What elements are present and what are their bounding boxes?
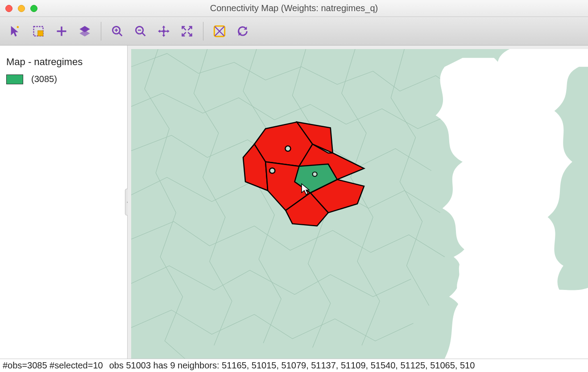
water-shape [436, 49, 588, 359]
pan-tool[interactable] [153, 21, 174, 42]
svg-point-7 [285, 146, 290, 151]
status-obs-count: #obs=3085 #selected=10 [3, 360, 103, 371]
select-rect-icon [32, 25, 45, 37]
main-area: Map - natregimes (3085) [0, 45, 588, 359]
zoom-out-tool[interactable] [130, 21, 151, 42]
zoom-in-icon [111, 25, 124, 37]
window-title: Connectivity Map (Weights: natregimes_q) [0, 3, 588, 13]
layers-icon [79, 25, 91, 37]
titlebar: Connectivity Map (Weights: natregimes_q) [0, 0, 588, 17]
toolbar [0, 17, 588, 45]
svg-rect-2 [38, 30, 43, 36]
basemap-tool[interactable] [209, 21, 230, 42]
zoom-in-tool[interactable] [107, 21, 128, 42]
svg-point-8 [269, 168, 275, 174]
fit-extent-tool[interactable] [176, 21, 198, 42]
legend-count: (3085) [31, 74, 57, 84]
pointer-icon [9, 25, 21, 37]
legend-swatch [6, 74, 23, 84]
legend-title: Map - natregimes [6, 56, 121, 68]
map-canvas[interactable] [131, 49, 588, 359]
fit-extent-icon [181, 25, 193, 37]
map-viewport[interactable] [128, 45, 588, 359]
window-controls [5, 5, 37, 12]
legend-item: (3085) [6, 74, 121, 84]
pan-icon [157, 25, 170, 37]
basemap-icon [213, 25, 226, 37]
status-neighbors: obs 51003 has 9 neighbors: 51165, 51015,… [109, 360, 475, 371]
minimize-icon[interactable] [18, 5, 25, 12]
map-svg [131, 49, 588, 359]
add-tool[interactable] [51, 21, 72, 42]
close-icon[interactable] [5, 5, 12, 12]
legend-panel: Map - natregimes (3085) [0, 45, 128, 359]
pointer-tool[interactable] [4, 21, 26, 42]
rectangle-select-tool[interactable] [28, 21, 49, 42]
plus-icon [55, 25, 68, 37]
zoom-out-icon [134, 25, 147, 37]
fullscreen-icon[interactable] [30, 5, 37, 12]
svg-point-5 [162, 30, 165, 33]
refresh-tool[interactable] [232, 21, 253, 42]
status-bar: #obs=3085 #selected=10 obs 51003 has 9 n… [0, 359, 588, 372]
svg-point-0 [17, 26, 19, 28]
toolbar-separator [203, 22, 203, 41]
svg-point-9 [313, 172, 317, 177]
layers-tool[interactable] [74, 21, 95, 42]
toolbar-separator [101, 22, 101, 41]
refresh-icon [236, 25, 249, 37]
